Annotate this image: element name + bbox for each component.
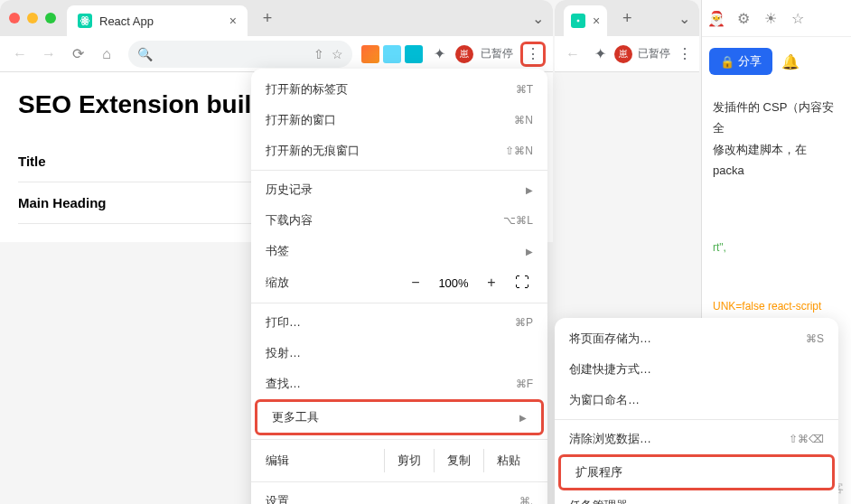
- submenu-extensions[interactable]: 扩展程序: [558, 454, 835, 490]
- menu-more-tools[interactable]: 更多工具▶: [255, 399, 544, 435]
- menu-find[interactable]: 查找…⌘F: [251, 369, 547, 399]
- back-button[interactable]: ←: [560, 42, 585, 67]
- window-controls: [9, 13, 56, 23]
- extension-icon-1[interactable]: [361, 45, 379, 63]
- home-button[interactable]: ⌂: [94, 42, 119, 67]
- titlebar: React App × + ⌄: [0, 0, 553, 36]
- extension-icon-2[interactable]: [383, 45, 401, 63]
- close-tab-icon[interactable]: ×: [229, 14, 237, 28]
- zoom-label: 缩放: [266, 275, 396, 291]
- star-icon[interactable]: ☆: [789, 9, 807, 27]
- svg-point-0: [84, 20, 86, 22]
- back-button[interactable]: ←: [7, 42, 33, 67]
- profile-avatar[interactable]: 崽: [455, 45, 473, 63]
- profile-avatar[interactable]: 崽: [614, 45, 632, 63]
- menu-cast[interactable]: 投射…: [251, 338, 547, 369]
- copy-button[interactable]: 复制: [434, 449, 483, 472]
- menu-downloads[interactable]: 下载内容⌥⌘L: [251, 205, 547, 236]
- extensions-puzzle-icon[interactable]: ✦: [426, 42, 452, 67]
- chevron-right-icon: ▶: [519, 413, 527, 423]
- submenu-clear-data[interactable]: 清除浏览数据…⇧⌘⌫: [555, 424, 838, 454]
- extension-icon-3[interactable]: [405, 45, 423, 63]
- tab-dropdown-icon[interactable]: ⌄: [532, 10, 544, 27]
- toolbar: ← → ⟳ ⌂ 🔍 ⇧ ☆ ✦ 崽 已暂停 ⋮: [0, 36, 553, 72]
- menu-bookmarks[interactable]: 书签▶: [251, 236, 547, 266]
- submenu-name-window[interactable]: 为窗口命名…: [555, 385, 838, 415]
- forward-button[interactable]: →: [36, 42, 61, 67]
- cut-button[interactable]: 剪切: [384, 449, 434, 472]
- zoom-in-button[interactable]: +: [479, 272, 504, 294]
- right-panel-header: 🎅 ⚙ ☀ ☆: [702, 0, 851, 37]
- edit-label: 编辑: [266, 453, 384, 469]
- paste-button[interactable]: 粘贴: [483, 449, 533, 472]
- zoom-value: 100%: [435, 276, 472, 290]
- titlebar: × + ⌄: [555, 0, 699, 36]
- search-icon: 🔍: [137, 47, 153, 61]
- share-button[interactable]: 🔒 分享: [709, 48, 772, 75]
- toolbar: ← ✦ 崽 已暂停 ⋮: [555, 36, 699, 72]
- chrome-context-menu: 打开新的标签页⌘T 打开新的窗口⌘N 打开新的无痕窗口⇧⌘N 历史记录▶ 下载内…: [251, 69, 547, 504]
- react-favicon-icon: [78, 14, 92, 28]
- right-panel-toolbar: 🔒 分享 🔔: [702, 37, 851, 86]
- zoom-out-button[interactable]: −: [403, 272, 428, 294]
- second-browser-window: × + ⌄ ← ✦ 崽 已暂停 ⋮: [555, 0, 699, 72]
- reload-button[interactable]: ⟳: [65, 42, 90, 67]
- menu-zoom-row: 缩放 − 100% + ⛶: [251, 266, 547, 299]
- text-line: 修改构建脚本，在 packa: [713, 139, 840, 182]
- bookmark-star-icon[interactable]: ☆: [332, 47, 343, 61]
- react-favicon-icon: [571, 14, 585, 28]
- menu-new-incognito[interactable]: 打开新的无痕窗口⇧⌘N: [251, 135, 547, 166]
- submenu-create-shortcut[interactable]: 创建快捷方式…: [555, 354, 838, 385]
- menu-settings[interactable]: 设置⌘,: [251, 486, 547, 504]
- browser-tab[interactable]: React App ×: [67, 5, 248, 36]
- submenu-save-page[interactable]: 将页面存储为…⌘S: [555, 323, 838, 354]
- menu-print[interactable]: 打印…⌘P: [251, 307, 547, 338]
- tab-dropdown-icon[interactable]: ⌄: [678, 10, 690, 27]
- more-tools-submenu: 将页面存储为…⌘S 创建快捷方式… 为窗口命名… 清除浏览数据…⇧⌘⌫ 扩展程序…: [555, 318, 838, 504]
- fullscreen-icon[interactable]: ⛶: [511, 272, 533, 294]
- new-tab-button[interactable]: +: [255, 9, 280, 28]
- chrome-menu-button[interactable]: ⋮: [676, 45, 694, 62]
- browser-tab[interactable]: ×: [564, 5, 607, 36]
- menu-separator: [251, 481, 547, 482]
- menu-separator: [251, 439, 547, 440]
- address-bar[interactable]: 🔍 ⇧ ☆: [128, 41, 352, 68]
- menu-new-window[interactable]: 打开新的窗口⌘N: [251, 105, 547, 135]
- paused-label: 已暂停: [481, 46, 513, 61]
- svg-point-11: [577, 20, 579, 22]
- bell-icon[interactable]: 🔔: [781, 52, 800, 70]
- submenu-task-manager[interactable]: 任务管理器: [555, 490, 838, 504]
- gear-icon[interactable]: ⚙: [734, 9, 753, 27]
- menu-edit-row: 编辑 剪切 复制 粘贴: [251, 443, 547, 478]
- menu-separator: [251, 303, 547, 303]
- extensions-puzzle-icon[interactable]: ✦: [587, 42, 613, 67]
- menu-separator: [555, 419, 838, 420]
- new-tab-button[interactable]: +: [614, 9, 640, 28]
- close-window-button[interactable]: [9, 13, 20, 23]
- text-line: 发插件的 CSP（内容安全: [713, 97, 840, 139]
- menu-new-tab[interactable]: 打开新的标签页⌘T: [251, 74, 547, 105]
- close-tab-icon[interactable]: ×: [593, 14, 600, 28]
- sun-icon[interactable]: ☀: [762, 9, 780, 27]
- santa-icon[interactable]: 🎅: [707, 9, 725, 27]
- menu-separator: [251, 170, 547, 171]
- chevron-right-icon: ▶: [526, 247, 533, 257]
- share-icon[interactable]: ⇧: [313, 47, 324, 61]
- lock-icon: 🔒: [720, 55, 734, 69]
- menu-history[interactable]: 历史记录▶: [251, 174, 547, 205]
- chevron-right-icon: ▶: [526, 185, 533, 195]
- maximize-window-button[interactable]: [45, 13, 56, 23]
- paused-label: 已暂停: [638, 46, 670, 61]
- tab-title: React App: [99, 14, 222, 28]
- chrome-menu-button[interactable]: ⋮: [520, 42, 546, 67]
- minimize-window-button[interactable]: [27, 13, 38, 23]
